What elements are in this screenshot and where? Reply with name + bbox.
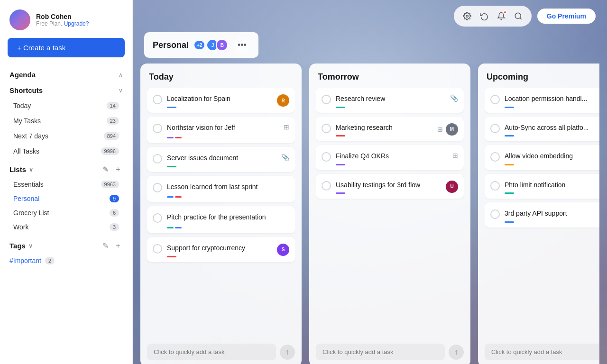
- task-checkbox[interactable]: [153, 213, 162, 223]
- add-task-input[interactable]: [485, 344, 599, 360]
- task-checkbox[interactable]: [153, 244, 162, 254]
- task-checkbox[interactable]: [322, 124, 331, 133]
- task-priority-dot: [167, 137, 174, 138]
- task-card[interactable]: Support for cryptocurrency S: [147, 237, 295, 262]
- task-card[interactable]: 3rd party API support 📎: [485, 202, 599, 228]
- sidebar-item-all-tasks[interactable]: All Tasks 9996: [4, 144, 129, 159]
- user-info: Rob Cohen Free Plan. Upgrade?: [36, 13, 89, 27]
- task-checkbox[interactable]: [153, 183, 162, 192]
- task-priority-dot: [505, 164, 514, 165]
- list-item-personal[interactable]: Personal 9: [4, 191, 129, 206]
- all-tasks-label: All Tasks: [13, 147, 39, 155]
- task-card[interactable]: Usability testings for 3rd flow U: [316, 174, 464, 199]
- task-card[interactable]: Auto-Sync across all platfo...: [485, 117, 599, 142]
- task-card[interactable]: Finalize Q4 OKRs ⊞: [316, 145, 464, 170]
- lists-title[interactable]: Lists ∨: [9, 165, 101, 173]
- task-assignee-avatar: S: [277, 244, 289, 256]
- task-card[interactable]: Localization for Spain R: [147, 88, 295, 113]
- tags-title[interactable]: Tags ∨: [9, 242, 101, 250]
- user-plan: Free Plan. Upgrade?: [36, 20, 89, 27]
- task-content: Finalize Q4 OKRs: [336, 152, 448, 165]
- tags-edit-button[interactable]: ✎: [101, 240, 110, 252]
- tags-add-button[interactable]: ＋: [113, 240, 123, 252]
- important-tag-label: #Important: [9, 257, 41, 264]
- task-checkbox[interactable]: [153, 95, 162, 104]
- go-premium-button[interactable]: Go Premium: [537, 9, 596, 24]
- task-list-today: Localization for Spain R Northstar visio…: [147, 88, 295, 340]
- lists-edit-button[interactable]: ✎: [101, 164, 110, 175]
- upgrade-link[interactable]: Upgrade?: [64, 20, 89, 27]
- task-card[interactable]: Northstar vision for Jeff ⊞: [147, 117, 295, 144]
- add-task-submit-button[interactable]: ↑: [449, 345, 464, 360]
- shortcuts-section[interactable]: Shortcuts ∨: [0, 82, 132, 98]
- lists-actions: ✎ ＋: [101, 164, 123, 175]
- task-checkbox[interactable]: [490, 209, 500, 219]
- task-name: Finalize Q4 OKRs: [336, 152, 448, 161]
- create-task-button[interactable]: + Create a task: [8, 38, 125, 57]
- main-content: Go Premium Personal +2 J B ••• Today: [133, 0, 607, 364]
- add-task-input[interactable]: [316, 344, 445, 360]
- task-checkbox[interactable]: [322, 152, 331, 162]
- task-card[interactable]: Server issues document 📎: [147, 147, 295, 172]
- list-item-work[interactable]: Work 3: [4, 220, 129, 234]
- task-card[interactable]: Phto limit notification: [485, 174, 599, 199]
- notification-icon[interactable]: [494, 9, 509, 24]
- columns: Today Localization for Spain R: [140, 64, 599, 364]
- task-assignee-avatar: U: [446, 181, 458, 193]
- task-content: Northstar vision for Jeff: [167, 123, 279, 139]
- task-checkbox[interactable]: [490, 152, 500, 162]
- sidebar-item-today[interactable]: Today 14: [4, 98, 129, 113]
- sidebar-item-next7days[interactable]: Next 7 days 894: [4, 128, 129, 144]
- task-checkbox[interactable]: [490, 95, 500, 104]
- task-checkbox[interactable]: [322, 95, 331, 104]
- agenda-chevron-icon: ∧: [119, 72, 123, 78]
- grocery-badge: 6: [110, 209, 119, 217]
- task-card[interactable]: Allow video embedding: [485, 145, 599, 170]
- task-content: Server issues document: [167, 154, 276, 167]
- add-task-submit-button[interactable]: ↑: [280, 345, 295, 360]
- task-card[interactable]: Lesson learned from last sprint: [147, 176, 295, 203]
- add-task-row: ↑: [147, 344, 295, 360]
- task-meta: 📎: [450, 94, 458, 102]
- refresh-icon[interactable]: [477, 9, 492, 24]
- task-checkbox[interactable]: [490, 181, 500, 191]
- task-priority-dot: [505, 221, 514, 223]
- tags-actions: ✎ ＋: [101, 240, 123, 252]
- board-more-button[interactable]: •••: [234, 37, 250, 53]
- task-content: Usability testings for 3rd flow: [336, 181, 441, 194]
- personal-label: Personal: [13, 195, 106, 202]
- board-members: +2 J B: [194, 39, 228, 51]
- task-content: Lesson learned from last sprint: [167, 182, 289, 198]
- task-card[interactable]: Pitch practice for the presentation: [147, 206, 295, 233]
- task-content: Research review: [336, 94, 445, 108]
- task-priority-dot: [505, 192, 514, 194]
- task-card[interactable]: Location permission handl...: [485, 88, 599, 113]
- settings-icon[interactable]: [460, 9, 475, 24]
- task-checkbox[interactable]: [322, 181, 331, 191]
- task-meta: ⊞ M: [437, 123, 458, 136]
- work-badge: 3: [110, 223, 119, 231]
- agenda-title: Agenda: [9, 71, 36, 79]
- task-checkbox[interactable]: [153, 154, 162, 164]
- search-icon[interactable]: [511, 9, 526, 24]
- svg-point-1: [515, 13, 521, 18]
- list-item-grocery[interactable]: Grocery List 6: [4, 206, 129, 220]
- sidebar-item-my-tasks[interactable]: My Tasks 23: [4, 113, 129, 128]
- add-task-input[interactable]: [147, 344, 276, 360]
- tag-item-important[interactable]: #Important 2: [0, 254, 132, 268]
- grocery-label: Grocery List: [13, 209, 106, 217]
- task-card[interactable]: Research review 📎: [316, 88, 464, 113]
- sidebar: Rob Cohen Free Plan. Upgrade? + Create a…: [0, 0, 133, 364]
- task-card[interactable]: Marketing research ⊞ M: [316, 117, 464, 142]
- lists-section: Lists ∨ ✎ ＋: [0, 159, 132, 177]
- task-checkbox[interactable]: [153, 124, 162, 133]
- list-item-essentials[interactable]: Essentials 9963: [4, 177, 129, 191]
- add-task-row: ↑: [485, 344, 599, 360]
- task-list-upcoming: Location permission handl... Auto-Sync a…: [485, 88, 599, 340]
- essentials-label: Essentials: [13, 181, 97, 188]
- topbar: Go Premium: [133, 0, 607, 32]
- lists-add-button[interactable]: ＋: [113, 164, 123, 175]
- task-priority-dot: [336, 135, 345, 136]
- task-checkbox[interactable]: [490, 124, 500, 133]
- agenda-section[interactable]: Agenda ∧: [0, 67, 132, 82]
